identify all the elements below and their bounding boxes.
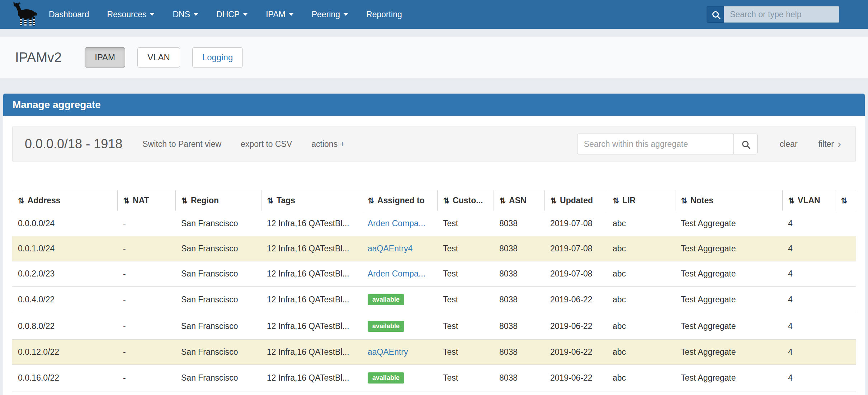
cell-clipped	[835, 261, 856, 287]
table-row[interactable]: 0.0.16.0/22 - San Franscisco 12 Infra,16…	[12, 365, 856, 391]
cell-lir: abc	[607, 287, 675, 313]
nav-search-button[interactable]	[707, 6, 724, 23]
switch-parent-view-link[interactable]: Switch to Parent view	[142, 139, 221, 149]
cell-region: San Franscisco	[175, 287, 261, 313]
cell-lir: abc	[607, 340, 675, 365]
assigned-to-link[interactable]: Arden Compa...	[368, 269, 425, 278]
available-badge: available	[368, 294, 404, 305]
cell-region: San Franscisco	[175, 313, 261, 340]
cell-lir: abc	[607, 211, 675, 236]
cell-notes: Test Aggregate	[675, 236, 782, 261]
nav-item-peering[interactable]: Peering	[312, 10, 348, 19]
sort-icon: ⇅	[443, 196, 450, 205]
table-row[interactable]: 0.0.4.0/22 - San Franscisco 12 Infra,16 …	[12, 287, 856, 313]
nav-item-resources[interactable]: Resources	[107, 10, 155, 19]
column-label: LIR	[622, 196, 636, 205]
nav-item-label: Reporting	[366, 10, 402, 19]
column-header-address[interactable]: ⇅Address	[12, 190, 117, 211]
cell-clipped	[835, 211, 856, 236]
cell-nat: -	[117, 313, 175, 340]
table-row[interactable]: 0.0.2.0/23 - San Franscisco 12 Infra,16 …	[12, 261, 856, 287]
cell-vlan: 4	[782, 236, 835, 261]
cell-region: San Franscisco	[175, 340, 261, 365]
aggregate-search-input[interactable]	[577, 134, 734, 154]
assigned-to-link[interactable]: aaQAEntry	[368, 347, 408, 357]
cell-tags: 12 Infra,16 QATestBl...	[261, 261, 362, 287]
nav-item-dashboard[interactable]: Dashboard	[49, 10, 89, 19]
nav-item-reporting[interactable]: Reporting	[366, 10, 402, 19]
filter-link[interactable]: filter ›	[819, 139, 841, 149]
cell-address: 0.0.2.0/23	[12, 261, 117, 287]
cell-clipped	[835, 313, 856, 340]
cell-updated: 2019-06-22	[544, 365, 607, 391]
column-header-nat[interactable]: ⇅NAT	[117, 190, 175, 211]
table-row[interactable]: 0.0.12.0/22 - San Franscisco 12 Infra,16…	[12, 340, 856, 365]
column-header-region[interactable]: ⇅Region	[175, 190, 261, 211]
cell-notes: Test Aggregate	[675, 261, 782, 287]
cell-assigned-to: aaQAEntry4	[362, 236, 437, 261]
nav-item-label: Dashboard	[49, 10, 89, 19]
page-title: IPAMv2	[15, 50, 62, 65]
cell-tags: 12 Infra,16 QATestBl...	[261, 211, 362, 236]
sort-icon: ⇅	[123, 196, 130, 205]
column-label: Region	[191, 196, 219, 205]
cell-customer: Test	[437, 261, 494, 287]
column-header-clipped[interactable]: ⇅	[835, 190, 856, 211]
column-header-assigned-to[interactable]: ⇅Assigned to	[362, 190, 437, 211]
sort-icon: ⇅	[788, 196, 795, 205]
cell-notes: Test Aggregate	[675, 340, 782, 365]
cell-assigned-to: available	[362, 287, 437, 313]
cell-assigned-to: Arden Compa...	[362, 261, 437, 287]
cell-lir: abc	[607, 261, 675, 287]
column-header-asn[interactable]: ⇅ASN	[494, 190, 544, 211]
nav-item-label: Resources	[107, 10, 147, 19]
cell-nat: -	[117, 287, 175, 313]
column-header-notes[interactable]: ⇅Notes	[675, 190, 782, 211]
actions-menu[interactable]: actions +	[311, 139, 345, 149]
cell-tags: 12 Infra,16 QATestBl...	[261, 340, 362, 365]
aggregate-search-button[interactable]	[734, 134, 758, 154]
table-row[interactable]: 0.0.0.0/24 - San Franscisco 12 Infra,16 …	[12, 211, 856, 236]
cell-address: 0.0.12.0/22	[12, 340, 117, 365]
nav-item-ipam[interactable]: IPAM	[266, 10, 294, 19]
tab-ipam[interactable]: IPAM	[85, 47, 125, 68]
nav-item-dhcp[interactable]: DHCP	[216, 10, 248, 19]
export-csv-link[interactable]: export to CSV	[241, 139, 292, 149]
available-badge: available	[368, 372, 404, 384]
assigned-to-link[interactable]: aaQAEntry4	[368, 244, 412, 253]
cell-customer: Test	[437, 340, 494, 365]
assigned-to-link[interactable]: Arden Compa...	[368, 219, 425, 228]
column-header-tags[interactable]: ⇅Tags	[261, 190, 362, 211]
cell-nat: -	[117, 340, 175, 365]
clear-link[interactable]: clear	[780, 139, 798, 149]
caret-down-icon	[150, 13, 155, 16]
column-header-updated[interactable]: ⇅Updated	[544, 190, 607, 211]
cell-updated: 2019-07-08	[544, 211, 607, 236]
column-label: Custo...	[453, 196, 483, 205]
tab-vlan[interactable]: VLAN	[137, 47, 180, 68]
cell-address: 0.0.1.0/24	[12, 236, 117, 261]
nav-search-input[interactable]	[724, 6, 839, 23]
cell-vlan: 4	[782, 261, 835, 287]
sort-icon: ⇅	[500, 196, 506, 205]
cell-asn: 8038	[494, 261, 544, 287]
cell-address: 0.0.4.0/22	[12, 287, 117, 313]
cell-customer: Test	[437, 211, 494, 236]
column-header-lir[interactable]: ⇅LIR	[607, 190, 675, 211]
table-row[interactable]: 0.0.8.0/22 - San Franscisco 12 Infra,16 …	[12, 313, 856, 340]
table-row[interactable]: 0.0.1.0/24 - San Franscisco 12 Infra,16 …	[12, 236, 856, 261]
cell-tags: 12 Infra,16 QATestBl...	[261, 236, 362, 261]
page-header: IPAMv2 IPAM VLAN Logging	[0, 37, 868, 78]
tab-logging[interactable]: Logging	[192, 47, 243, 68]
column-header-vlan[interactable]: ⇅VLAN	[782, 190, 835, 211]
top-nav: Dashboard Resources DNS DHCP IPAM Peerin…	[0, 0, 868, 29]
table-header-row: ⇅Address ⇅NAT ⇅Region ⇅Tags ⇅Assigned to…	[12, 190, 856, 211]
cell-customer: Test	[437, 287, 494, 313]
nav-item-dns[interactable]: DNS	[173, 10, 198, 19]
cell-assigned-to: aaQAEntry	[362, 340, 437, 365]
cell-region: San Franscisco	[175, 236, 261, 261]
caret-down-icon	[289, 13, 294, 16]
search-icon	[742, 141, 749, 147]
column-header-customer[interactable]: ⇅Custo...	[437, 190, 494, 211]
cell-asn: 8038	[494, 287, 544, 313]
